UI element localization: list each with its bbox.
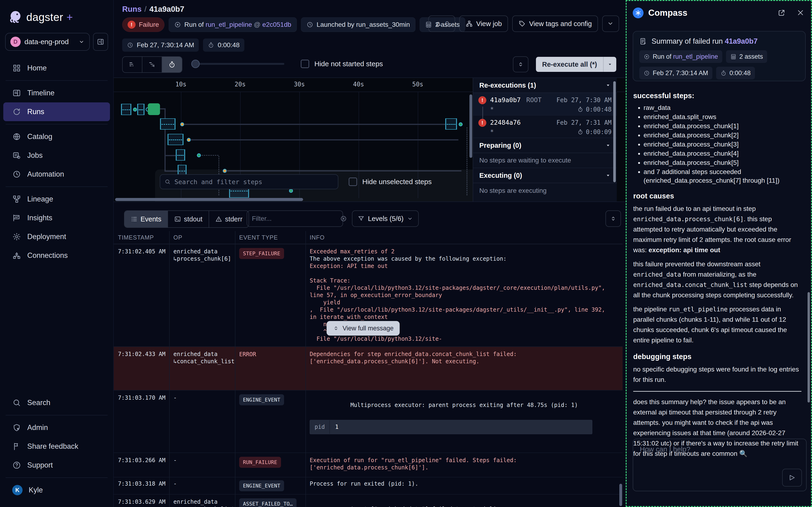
sidebar-item-label: Support (27, 461, 53, 469)
events-section: Events stdout stderr (114, 207, 626, 507)
slider-knob[interactable] (191, 60, 200, 68)
view-full-message-button[interactable]: View full message (327, 321, 400, 336)
preparing-section-header[interactable]: Preparing (0) (473, 138, 617, 153)
checkbox[interactable] (349, 177, 357, 186)
home-icon (12, 64, 21, 72)
run-of-tag[interactable]: Run of run_etl_pipeline @ e2c051db (169, 17, 297, 32)
view-job-button[interactable]: View job (459, 15, 508, 32)
divider (633, 391, 801, 392)
sidebar-item-lineage[interactable]: Lineage (3, 190, 110, 209)
sidebar-item-automation[interactable]: Automation (3, 165, 110, 184)
table-row[interactable]: 7:31:03.318 AM - ENGINE_EVENT Process fo… (114, 477, 622, 495)
reexecution-run-row[interactable]: ! 41a9a0b7 ROOT Feb 27, 7:30 AM * 0:00:4… (473, 93, 617, 116)
stopwatch-icon (208, 42, 214, 48)
timeline-icon (12, 89, 21, 98)
close-icon[interactable] (797, 9, 805, 17)
table-row[interactable]: 7:31:02.433 AM enriched_data ↳concat_chu… (114, 347, 622, 391)
tab-stderr[interactable]: stderr (209, 211, 249, 227)
sidebar-item-label: Admin (27, 424, 48, 432)
reexecution-run-row[interactable]: ! 22484a76 Feb 27, 7:31 AM * 0:00:09 (473, 116, 617, 138)
sidebar-item-home[interactable]: Home (3, 59, 110, 77)
event-timestamp: 7:31:03.629 AM (114, 498, 169, 507)
table-scrollbar[interactable] (619, 484, 622, 506)
levels-dropdown[interactable]: Levels (5/6) (352, 210, 419, 227)
gantt-step-bar[interactable] (445, 118, 457, 130)
gantt-horizontal-scrollbar[interactable] (115, 198, 303, 201)
breadcrumb-runs-link[interactable]: Runs (122, 5, 142, 13)
sidebar-item-support[interactable]: Support (3, 456, 110, 474)
tab-events[interactable]: Events (124, 211, 168, 227)
sidebar-item-runs[interactable]: Runs (3, 102, 110, 121)
org-switcher[interactable]: D data-eng-prod (5, 33, 90, 51)
send-button[interactable] (782, 469, 802, 487)
terminal-icon (174, 216, 181, 223)
gantt-step-bar[interactable] (148, 103, 160, 115)
list-item: enriched_data.process_chunk[2] (644, 131, 801, 139)
gantt-step-bar[interactable] (121, 104, 131, 115)
alerts-button[interactable]: 0 (428, 15, 455, 32)
commit-link[interactable]: e2c051db (262, 21, 291, 28)
sidebar-item-admin[interactable]: Admin (3, 418, 110, 437)
event-timestamp: 7:31:03.170 AM (114, 394, 169, 449)
timed-view-button[interactable] (162, 57, 182, 72)
list-icon (130, 216, 138, 223)
clear-filter-icon[interactable] (340, 215, 347, 222)
sidebar-item-insights[interactable]: Insights (3, 209, 110, 227)
hide-not-started-checkbox[interactable]: Hide not started steps (301, 60, 383, 68)
sidebar-item-connections[interactable]: Connections (3, 246, 110, 265)
sidebar-item-search[interactable]: Search (3, 393, 110, 412)
waterfall-view-button[interactable] (143, 57, 162, 72)
run-start-time: Feb 27, 7:30:14 AM (122, 39, 199, 52)
summary-assets-pill: 2 assets (726, 50, 767, 63)
event-timestamp: 7:31:02.433 AM (114, 351, 169, 386)
insights-icon (12, 214, 21, 222)
flat-view-button[interactable] (123, 57, 143, 72)
sidebar-item-deployment[interactable]: Deployment (3, 227, 110, 246)
gantt-step-bar[interactable] (176, 149, 185, 161)
more-actions-button[interactable] (602, 15, 619, 32)
chat-input[interactable]: How can I help? (633, 439, 807, 491)
sidebar-item-share-feedback[interactable]: Share feedback (3, 437, 110, 456)
gantt-step-bar[interactable] (167, 134, 183, 145)
zoom-slider[interactable] (193, 63, 284, 65)
executing-section-header[interactable]: Executing (0) (473, 168, 617, 183)
hide-unselected-checkbox[interactable]: Hide unselected steps (349, 177, 432, 186)
caret-sort-icon (333, 325, 339, 332)
gantt-step-bar[interactable] (137, 104, 145, 115)
sidebar-item-catalog[interactable]: Catalog (3, 127, 110, 146)
compass-scrollbar[interactable] (808, 292, 810, 402)
tab-stdout[interactable]: stdout (168, 211, 209, 227)
sidebar-item-jobs[interactable]: Jobs (3, 146, 110, 165)
log-expand-button[interactable] (605, 210, 621, 227)
log-filter-input[interactable] (252, 215, 337, 223)
user-menu[interactable]: K Kyle (3, 481, 110, 500)
open-external-icon[interactable] (777, 9, 786, 17)
gantt-vertical-scrollbar[interactable] (470, 95, 472, 158)
table-row[interactable]: 7:31:03.266 AM - RUN_FAILURE Execution o… (114, 453, 622, 477)
event-timestamp: 7:31:03.318 AM (114, 480, 169, 491)
table-row[interactable]: 7:31:03.629 AM enriched_data ↳concat_chu… (114, 495, 622, 507)
sidebar-item-label: Insights (27, 214, 52, 222)
step-search-field[interactable] (160, 174, 338, 189)
summary-run-id-link[interactable]: 41a9a0b7 (725, 37, 758, 45)
sidebar-collapse-button[interactable] (93, 33, 108, 51)
table-row[interactable]: 7:31:03.170 AM - ENGINE_EVENT Multiproce… (114, 391, 622, 453)
reexecute-dropdown[interactable] (603, 57, 616, 72)
view-tags-config-button[interactable]: View tags and config (512, 15, 598, 32)
step-search-input[interactable] (174, 178, 334, 186)
log-filter-field[interactable] (247, 210, 343, 227)
launched-by-tag[interactable]: Launched by run_assets_30min (301, 17, 416, 32)
sidebar-item-timeline[interactable]: Timeline (3, 83, 110, 102)
event-type-badge: STEP_FAILURE (239, 248, 284, 259)
event-info: Process for run exited (pid: 1). (306, 480, 622, 491)
table-header: TIMESTAMP OP EVENT TYPE INFO (114, 231, 622, 244)
reexecute-all-button[interactable]: Re-execute all (*) (536, 57, 616, 72)
divider (6, 186, 108, 187)
gantt-expand-button[interactable] (513, 56, 528, 72)
checkbox[interactable] (301, 60, 309, 68)
gantt-step-bar[interactable] (160, 118, 175, 130)
reexecutions-section-header[interactable]: Re-executions (1) (473, 78, 617, 93)
panel-scrollbar[interactable] (613, 81, 616, 182)
pipeline-link[interactable]: run_etl_pipeline (206, 21, 252, 28)
run-summary-card[interactable]: Summary of failed run 41a9a0b7 Run of ru… (633, 31, 806, 81)
